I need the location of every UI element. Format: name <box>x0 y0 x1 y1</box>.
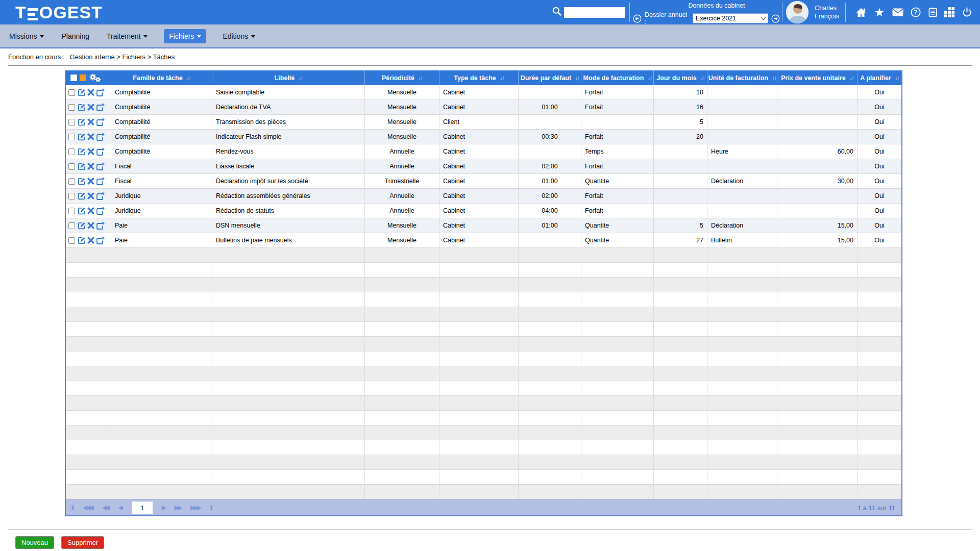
duplicate-icon[interactable] <box>96 192 105 201</box>
row-checkbox[interactable] <box>68 119 75 126</box>
sort-icon[interactable]: ↓↑ <box>298 74 302 82</box>
menu-item-missions[interactable]: Missions <box>8 29 45 43</box>
page-fast-prev-icon[interactable]: ◀◀ <box>102 504 110 511</box>
page-first-number[interactable]: 1 <box>71 504 75 512</box>
edit-icon[interactable] <box>78 177 86 185</box>
help-icon[interactable]: ? <box>911 7 921 17</box>
delete-button[interactable]: Supprimer <box>61 536 104 549</box>
table-row[interactable]: ComptabilitéIndicateur Flash simpleMensu… <box>66 130 901 144</box>
page-next-icon[interactable]: ▶ <box>162 504 166 511</box>
edit-icon[interactable] <box>78 133 86 141</box>
home-icon[interactable] <box>855 7 867 17</box>
menu-item-traitement[interactable]: Traitement <box>106 29 149 43</box>
sort-icon[interactable]: ↓↑ <box>186 74 190 82</box>
column-header[interactable]: Jour du mois↓↑ <box>654 70 707 85</box>
new-button[interactable]: Nouveau <box>15 536 54 549</box>
column-header[interactable]: Libellé↓↑ <box>212 70 365 85</box>
page-first-icon[interactable]: ◀◀◀ <box>83 504 94 511</box>
edit-icon[interactable] <box>78 221 86 230</box>
menu-item-editions[interactable]: Editions <box>222 29 256 43</box>
edit-icon[interactable] <box>78 103 86 111</box>
column-header[interactable]: Type de tâche↓↑ <box>439 70 519 85</box>
sort-icon[interactable]: ↓↑ <box>647 74 651 82</box>
user-avatar[interactable] <box>786 1 808 23</box>
apps-grid-icon[interactable] <box>944 7 954 17</box>
table-row[interactable]: ComptabilitéTransmission des piècesMensu… <box>66 115 901 130</box>
row-checkbox[interactable] <box>68 148 75 155</box>
delete-icon[interactable] <box>87 89 94 96</box>
sort-icon[interactable]: ↓↑ <box>700 74 704 82</box>
row-checkbox[interactable] <box>68 193 75 199</box>
duplicate-icon[interactable] <box>96 221 105 230</box>
edit-icon[interactable] <box>78 192 86 200</box>
select-all-checkbox[interactable] <box>70 74 77 81</box>
sort-icon[interactable]: ↓↑ <box>500 74 504 82</box>
duplicate-icon[interactable] <box>96 147 105 156</box>
edit-icon[interactable] <box>78 88 86 96</box>
search-input[interactable] <box>564 7 625 18</box>
edit-icon[interactable] <box>78 147 86 156</box>
row-checkbox[interactable] <box>68 163 75 170</box>
mail-icon[interactable] <box>892 8 903 16</box>
duplicate-icon[interactable] <box>96 88 105 97</box>
duplicate-icon[interactable] <box>96 236 105 245</box>
delete-icon[interactable] <box>87 133 94 140</box>
delete-icon[interactable] <box>87 163 94 170</box>
delete-icon[interactable] <box>87 178 94 185</box>
duplicate-icon[interactable] <box>96 177 105 186</box>
duplicate-icon[interactable] <box>96 207 105 215</box>
row-checkbox[interactable] <box>68 222 75 229</box>
delete-icon[interactable] <box>87 104 94 111</box>
delete-icon[interactable] <box>87 207 94 214</box>
delete-icon[interactable] <box>87 118 94 126</box>
delete-icon[interactable] <box>87 192 94 199</box>
column-header[interactable]: Famille de tâche↓↑ <box>111 70 212 85</box>
table-row[interactable]: PaieDSN mensuelleMensuelleCabinet01:00Qu… <box>66 218 901 233</box>
edit-icon[interactable] <box>78 162 86 170</box>
row-checkbox[interactable] <box>68 208 75 214</box>
delete-icon[interactable] <box>87 148 94 155</box>
app-logo[interactable]: T OGEST <box>15 4 103 21</box>
menu-item-fichiers[interactable]: Fichiers <box>164 29 206 43</box>
page-prev-icon[interactable]: ◀ <box>118 504 122 511</box>
sort-icon[interactable]: ↓↑ <box>849 74 853 82</box>
delete-icon[interactable] <box>87 222 94 229</box>
previous-year-icon[interactable] <box>633 14 642 23</box>
table-row[interactable]: ComptabilitéDéclaration de TVAMensuelleC… <box>66 100 901 115</box>
table-row[interactable]: ComptabilitéSaisie comptableMensuelleCab… <box>66 85 901 100</box>
row-checkbox[interactable] <box>68 89 75 96</box>
table-row[interactable]: ComptabilitéRendez-vousAnnuelleCabinetTe… <box>66 144 901 159</box>
duplicate-icon[interactable] <box>96 133 105 141</box>
sort-icon[interactable]: ↓↑ <box>575 74 579 82</box>
edit-icon[interactable] <box>78 118 86 126</box>
table-row[interactable]: FiscalDéclaration impôt sur les sociétéT… <box>66 174 901 189</box>
row-checkbox[interactable] <box>68 178 75 185</box>
page-last-number[interactable]: 1 <box>210 504 213 512</box>
column-header[interactable]: Mode de facturation↓↑ <box>581 70 654 85</box>
duplicate-icon[interactable] <box>96 103 105 112</box>
column-header[interactable]: Prix de vente unitaire↓↑ <box>777 70 857 85</box>
page-fast-next-icon[interactable]: ▶▶ <box>175 504 182 511</box>
page-last-icon[interactable]: ▶▶▶ <box>190 504 202 511</box>
orange-square-icon[interactable] <box>80 74 86 81</box>
column-header[interactable]: Unité de facturation↓↑ <box>707 70 777 85</box>
settings-gears-icon[interactable] <box>89 73 102 83</box>
column-header[interactable]: Durée par défaut↓↑ <box>519 70 581 85</box>
column-header[interactable]: Périodicité↓↑ <box>365 70 439 85</box>
edit-icon[interactable] <box>78 236 86 244</box>
edit-icon[interactable] <box>78 207 86 215</box>
duplicate-icon[interactable] <box>96 162 105 171</box>
delete-icon[interactable] <box>87 237 94 244</box>
duplicate-icon[interactable] <box>96 118 105 127</box>
column-header[interactable]: A planifier↓↑ <box>857 70 901 85</box>
table-row[interactable]: JuridiqueRédaction de statutsAnnuelleCab… <box>66 204 901 218</box>
current-page-box[interactable]: 1 <box>132 502 153 514</box>
exercice-select[interactable]: Exercice 2021 <box>693 13 768 23</box>
table-row[interactable]: JuridiqueRédaction assemblées généralesA… <box>66 189 901 204</box>
table-row[interactable]: PaieBulletins de paie mensuelsMensuelleC… <box>66 233 901 248</box>
sort-icon[interactable]: ↓↑ <box>418 74 422 82</box>
row-checkbox[interactable] <box>68 104 75 111</box>
menu-item-planning[interactable]: Planning <box>60 29 90 43</box>
row-checkbox[interactable] <box>68 237 75 244</box>
sort-icon[interactable]: ↓↑ <box>772 74 776 82</box>
